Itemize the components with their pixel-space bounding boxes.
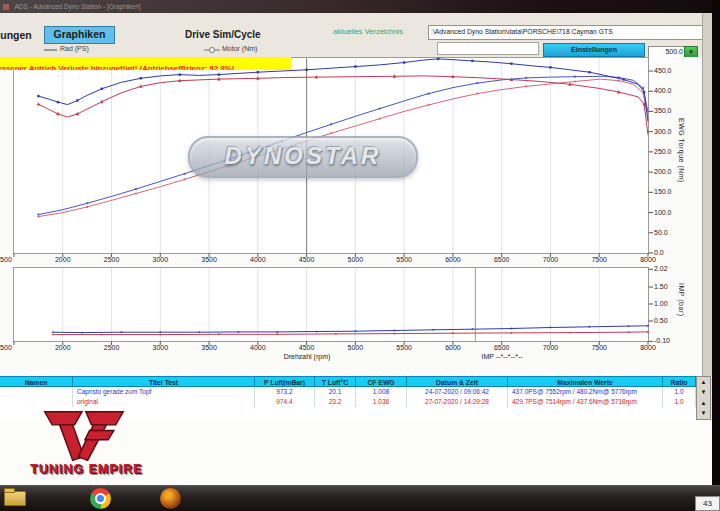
screen: ADS - Advanced Dyno Station - [Graphiken… [0, 0, 720, 511]
notice-banner: Gemessener Antrieb Verluste hinzugefügt!… [0, 57, 291, 70]
dynostar-watermark: DYNOSTAR [188, 136, 418, 178]
tuning-empire-emblem [28, 408, 138, 466]
notice-text: Gemessener Antrieb Verluste hinzugefügt!… [0, 62, 234, 70]
taskbar-badge: 43 [695, 496, 720, 511]
dynostar-watermark-text: DYNOSTAR [225, 142, 382, 169]
